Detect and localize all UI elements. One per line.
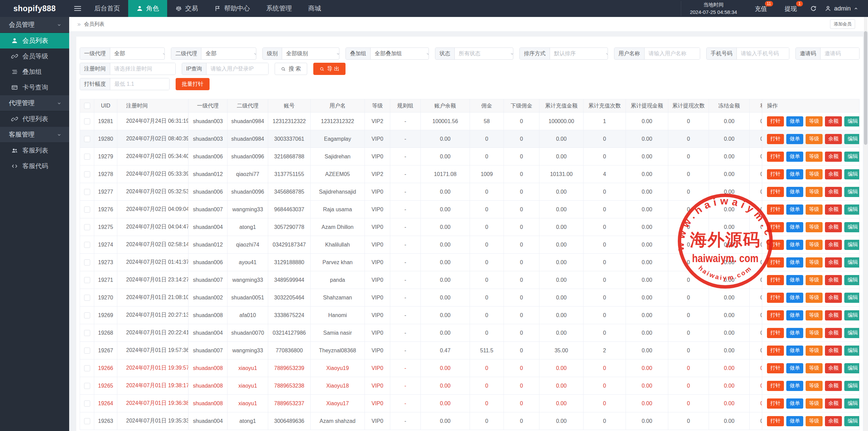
action-button-balance[interactable]: 余额 <box>825 416 842 426</box>
row-checkbox[interactable] <box>84 207 90 213</box>
row-checkbox[interactable] <box>84 418 90 424</box>
action-button-order[interactable]: 做单 <box>786 187 803 197</box>
action-button-balance[interactable]: 余额 <box>825 134 842 144</box>
action-button-balance[interactable]: 余额 <box>825 222 842 232</box>
row-checkbox[interactable] <box>84 118 90 124</box>
action-button-balance[interactable]: 余额 <box>825 152 842 162</box>
admin-menu[interactable]: admin <box>821 5 868 12</box>
action-button-inject[interactable]: 打针 <box>767 416 784 426</box>
ip-query-filter[interactable]: IP查询 <box>182 63 269 75</box>
action-button-level[interactable]: 等级 <box>806 257 823 268</box>
action-button-balance[interactable]: 余额 <box>825 275 842 285</box>
refresh-icon[interactable] <box>806 5 821 12</box>
action-button-inject[interactable]: 打针 <box>767 257 784 268</box>
action-button-level[interactable]: 等级 <box>806 293 823 303</box>
filter-0-select[interactable]: 一级代理全部 <box>80 47 165 60</box>
action-button-inject[interactable]: 打针 <box>767 346 784 356</box>
row-checkbox[interactable] <box>84 312 90 318</box>
action-button-level[interactable]: 等级 <box>806 204 823 215</box>
action-button-edit[interactable]: 编辑 <box>844 152 860 162</box>
action-button-inject[interactable]: 打针 <box>767 152 784 162</box>
action-button-inject[interactable]: 打针 <box>767 398 784 409</box>
action-button-edit[interactable]: 编辑 <box>844 204 860 215</box>
search-button[interactable]: 搜 索 <box>275 63 307 75</box>
action-button-level[interactable]: 等级 <box>806 398 823 409</box>
sidebar-item-0-1[interactable]: 会员等级 <box>0 48 69 64</box>
action-button-inject[interactable]: 打针 <box>767 134 784 144</box>
row-checkbox[interactable] <box>84 330 90 336</box>
sidebar-group-2[interactable]: 客服管理 <box>0 127 69 143</box>
action-button-level[interactable]: 等级 <box>806 187 823 197</box>
sidebar-group-0[interactable]: 会员管理 <box>0 17 69 33</box>
action-button-balance[interactable]: 余额 <box>825 293 842 303</box>
action-button-balance[interactable]: 余额 <box>825 363 842 373</box>
action-button-edit[interactable]: 编辑 <box>844 222 860 232</box>
recharge-link[interactable]: 充值 11 <box>746 0 776 17</box>
action-button-inject[interactable]: 打针 <box>767 204 784 215</box>
action-button-order[interactable]: 做单 <box>786 310 803 320</box>
nav-item-3[interactable]: 帮助中心 <box>206 0 258 17</box>
row-checkbox[interactable] <box>84 400 90 407</box>
ip-query-input[interactable] <box>206 63 268 75</box>
action-button-edit[interactable]: 编辑 <box>844 346 860 356</box>
action-button-order[interactable]: 做单 <box>786 328 803 338</box>
sidebar-item-2-1[interactable]: 客服代码 <box>0 158 69 174</box>
action-button-order[interactable]: 做单 <box>786 416 803 426</box>
action-button-level[interactable]: 等级 <box>806 134 823 144</box>
action-button-balance[interactable]: 余额 <box>825 328 842 338</box>
row-checkbox[interactable] <box>84 136 90 142</box>
filter-2-select[interactable]: 级别全部级别 <box>262 47 339 60</box>
action-button-order[interactable]: 做单 <box>786 275 803 285</box>
action-button-edit[interactable]: 编辑 <box>844 275 860 285</box>
action-button-inject[interactable]: 打针 <box>767 310 784 320</box>
action-button-balance[interactable]: 余额 <box>825 187 842 197</box>
filter-6-input[interactable]: 用户名称 <box>614 47 700 60</box>
action-button-level[interactable]: 等级 <box>806 381 823 391</box>
scrollbar-thumb[interactable] <box>864 31 867 145</box>
filter-select-value[interactable]: 全部 <box>201 48 256 59</box>
action-button-level[interactable]: 等级 <box>806 310 823 320</box>
sidebar-group-1[interactable]: 代理管理 <box>0 95 69 111</box>
export-button[interactable]: 导 出 <box>313 63 346 75</box>
filter-input[interactable] <box>737 48 789 59</box>
nav-item-2[interactable]: 交易 <box>167 0 206 17</box>
action-button-edit[interactable]: 编辑 <box>844 169 860 179</box>
filter-3-select[interactable]: 叠加组全部叠加组 <box>346 47 429 60</box>
action-button-inject[interactable]: 打针 <box>767 293 784 303</box>
action-button-inject[interactable]: 打针 <box>767 328 784 338</box>
action-button-level[interactable]: 等级 <box>806 240 823 250</box>
action-button-edit[interactable]: 编辑 <box>844 257 860 268</box>
action-button-order[interactable]: 做单 <box>786 381 803 391</box>
action-button-inject[interactable]: 打针 <box>767 275 784 285</box>
action-button-inject[interactable]: 打针 <box>767 187 784 197</box>
action-button-level[interactable]: 等级 <box>806 169 823 179</box>
action-button-balance[interactable]: 余额 <box>825 169 842 179</box>
action-button-inject[interactable]: 打针 <box>767 169 784 179</box>
action-button-edit[interactable]: 编辑 <box>844 416 860 426</box>
action-button-edit[interactable]: 编辑 <box>844 381 860 391</box>
nav-item-0[interactable]: 后台首页 <box>86 0 128 17</box>
action-button-inject[interactable]: 打针 <box>767 222 784 232</box>
sidebar-item-1-0[interactable]: 代理列表 <box>0 111 69 127</box>
filter-input[interactable] <box>821 48 860 59</box>
filter-8-input[interactable]: 邀请码 <box>795 47 860 60</box>
action-button-balance[interactable]: 余额 <box>825 116 842 126</box>
filter-4-select[interactable]: 状态所有状态 <box>435 47 513 60</box>
action-button-edit[interactable]: 编辑 <box>844 398 860 409</box>
action-button-order[interactable]: 做单 <box>786 222 803 232</box>
nav-item-1[interactable]: 角色 <box>128 0 167 17</box>
row-checkbox[interactable] <box>84 365 90 371</box>
action-button-edit[interactable]: 编辑 <box>844 363 860 373</box>
scrollbar-track[interactable] <box>864 17 867 431</box>
action-button-balance[interactable]: 余额 <box>825 257 842 268</box>
action-button-edit[interactable]: 编辑 <box>844 293 860 303</box>
action-button-edit[interactable]: 编辑 <box>844 328 860 338</box>
action-button-level[interactable]: 等级 <box>806 328 823 338</box>
action-button-balance[interactable]: 余额 <box>825 346 842 356</box>
action-button-balance[interactable]: 余额 <box>825 381 842 391</box>
row-checkbox[interactable] <box>84 383 90 389</box>
row-checkbox[interactable] <box>84 348 90 354</box>
action-button-level[interactable]: 等级 <box>806 116 823 126</box>
row-checkbox[interactable] <box>84 189 90 195</box>
add-member-button[interactable]: 添加会员 <box>830 19 855 29</box>
